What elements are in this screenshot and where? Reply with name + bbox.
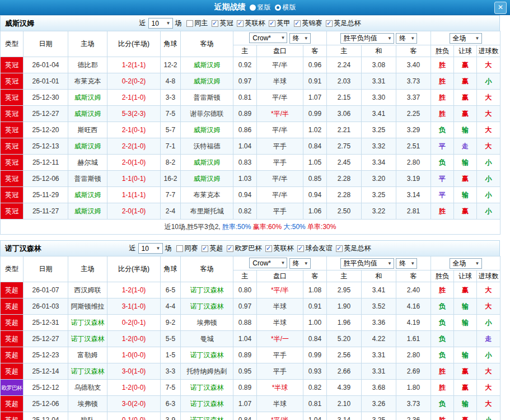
- away-team[interactable]: 布莱克本: [181, 187, 233, 203]
- home-team[interactable]: 诺丁汉森林: [68, 363, 107, 380]
- scope-select[interactable]: 全场▼: [450, 258, 482, 269]
- away-team[interactable]: 威斯汉姆: [181, 155, 233, 171]
- final-odds-select[interactable]: 终▼: [289, 33, 311, 44]
- lose-odds: 3.19: [396, 171, 431, 187]
- summary-segment: 胜率:50%: [222, 223, 251, 231]
- away-team[interactable]: 威斯汉姆: [181, 57, 233, 73]
- home-team[interactable]: 德比郡: [68, 57, 107, 73]
- matches-table: 类型 日期 主场 比分(半场) 角球 客场 Crow*▼ 终▼ 胜平负均值▼ 终…: [0, 256, 500, 420]
- col-win-odds: 主: [327, 45, 362, 57]
- league-filter-checkbox[interactable]: 同赛: [176, 244, 198, 253]
- avg-odds-select[interactable]: 胜平负均值▼: [340, 258, 394, 269]
- league-filter-checkbox[interactable]: ✓ 英甲: [269, 18, 291, 28]
- league-filter-checkbox[interactable]: 同主: [186, 18, 208, 28]
- home-team[interactable]: 普雷斯顿: [68, 171, 107, 187]
- final-odds-select[interactable]: 终▼: [289, 258, 311, 269]
- away-team[interactable]: 曼城: [181, 331, 233, 347]
- league-filter-checkbox[interactable]: ✓ 英足总杯: [336, 244, 371, 253]
- final-odds-select[interactable]: 终▼: [396, 33, 417, 44]
- league-filter-checkbox[interactable]: ✓ 英超: [202, 244, 223, 253]
- home-team[interactable]: 埃弗顿: [68, 396, 107, 412]
- away-team[interactable]: 沃特福德: [181, 138, 233, 155]
- handicap-line: *半球: [257, 380, 303, 396]
- away-team[interactable]: 诺丁汉森林: [181, 396, 233, 412]
- win-odds: 3.06: [327, 106, 362, 122]
- draw-odds: 3.30: [362, 90, 396, 106]
- corner-count: 6-5: [161, 282, 181, 298]
- final-odds-select[interactable]: 终▼: [396, 258, 417, 269]
- home-team[interactable]: 西汉姆联: [68, 282, 107, 298]
- away-team[interactable]: 诺丁汉森林: [181, 298, 233, 315]
- score: 2-0(1-0): [107, 203, 161, 220]
- match-date: 25-12-04: [24, 412, 68, 420]
- home-team[interactable]: 威斯汉姆: [68, 90, 107, 106]
- col-handicap-home: 主: [233, 270, 257, 282]
- match-date: 25-12-27: [24, 106, 68, 122]
- corner-count: 3-3: [161, 90, 181, 106]
- col-corner: 角球: [161, 31, 181, 57]
- odds-company-select[interactable]: Crow*▼: [249, 258, 287, 268]
- league-filter-checkbox[interactable]: ✓ 英联杯: [237, 18, 265, 28]
- odds-company-select[interactable]: Crow*▼: [249, 32, 287, 43]
- league-filter-checkbox[interactable]: ✓ 英联杯: [265, 244, 294, 253]
- filter-area: 近 10▼ 场 同赛 ✓ 英超 ✓ 欧罗巴杯 ✓ 英联杯 ✓ 球会友谊 ✓ 英足…: [129, 243, 371, 254]
- asian-result-cell: 赢: [454, 203, 477, 220]
- home-team[interactable]: 威斯汉姆: [68, 187, 107, 203]
- away-team[interactable]: 普雷斯顿: [181, 90, 233, 106]
- radio-vertical-layout[interactable]: 竖版: [250, 3, 271, 12]
- match-count-select[interactable]: 10▼: [138, 243, 163, 254]
- away-team[interactable]: 威斯汉姆: [181, 122, 233, 138]
- league-filter-checkbox[interactable]: ✓ 欧罗巴杯: [227, 244, 262, 253]
- league-badge: 英超: [1, 396, 24, 412]
- league-badge-text: 英冠: [5, 158, 18, 166]
- away-team[interactable]: 诺丁汉森林: [181, 412, 233, 420]
- home-team[interactable]: 斯旺西: [68, 122, 107, 138]
- chevron-down-icon: ▼: [166, 21, 171, 26]
- result-cell: 平: [431, 171, 454, 187]
- match-row: 英冠 25-11-27 威斯汉姆 2-0(1-0) 2-4 布里斯托城 0.82…: [1, 203, 500, 220]
- handicap-away-odds: 1.00: [303, 315, 327, 331]
- home-team[interactable]: 诺丁汉森林: [68, 315, 107, 331]
- handicap-home-odds: 0.94: [233, 187, 257, 203]
- league-filter-checkbox[interactable]: ✓ 英足总杯: [326, 18, 361, 28]
- draw-odds: 3.08: [362, 57, 396, 73]
- league-filter-checkbox[interactable]: ✓ 英锦赛: [294, 18, 322, 28]
- asian-result-cell: 输: [454, 122, 477, 138]
- league-badge-text: 欧罗巴杯: [2, 385, 22, 391]
- match-row: 英冠 25-12-27 威斯汉姆 5-3(2-3) 7-5 谢菲尔德联 0.89…: [1, 106, 500, 122]
- avg-odds-select[interactable]: 胜平负均值▼: [340, 33, 394, 44]
- away-team[interactable]: 诺丁汉森林: [181, 380, 233, 396]
- away-team[interactable]: 托特纳姆热刺: [181, 363, 233, 380]
- home-team[interactable]: 狼队: [68, 412, 107, 420]
- checkbox-label: 同主: [195, 18, 208, 28]
- home-team[interactable]: 乌德勒支: [68, 380, 107, 396]
- win-odds: 1.96: [327, 315, 362, 331]
- scope-select[interactable]: 全场▼: [450, 33, 482, 44]
- result-cell: 胜: [431, 90, 454, 106]
- league-badge-text: 英超: [5, 335, 18, 343]
- away-team[interactable]: 诺丁汉森林: [181, 347, 233, 363]
- handicap-away-odds: 0.91: [303, 298, 327, 315]
- home-team[interactable]: 赫尔城: [68, 155, 107, 171]
- league-filter-checkbox[interactable]: ✓ 英冠: [212, 18, 233, 28]
- away-team[interactable]: 威斯汉姆: [181, 171, 233, 187]
- home-team[interactable]: 阿斯顿维拉: [68, 298, 107, 315]
- close-icon[interactable]: ✕: [494, 2, 507, 14]
- match-count-select[interactable]: 10▼: [148, 18, 173, 29]
- away-team[interactable]: 诺丁汉森林: [181, 282, 233, 298]
- asian-result-cell: 赢: [454, 90, 477, 106]
- result-cell: 胜: [431, 380, 454, 396]
- radio-horizontal-layout[interactable]: 横版: [275, 3, 296, 12]
- home-team[interactable]: 威斯汉姆: [68, 203, 107, 220]
- home-team[interactable]: 威斯汉姆: [68, 106, 107, 122]
- home-team[interactable]: 富勒姆: [68, 347, 107, 363]
- home-team[interactable]: 威斯汉姆: [68, 138, 107, 155]
- away-team[interactable]: 布里斯托城: [181, 203, 233, 220]
- away-team[interactable]: 谢菲尔德联: [181, 106, 233, 122]
- handicap-home-odds: 0.89: [233, 347, 257, 363]
- home-team[interactable]: 布莱克本: [68, 73, 107, 90]
- league-filter-checkbox[interactable]: ✓ 球会友谊: [297, 244, 333, 253]
- away-team[interactable]: 威斯汉姆: [181, 73, 233, 90]
- home-team[interactable]: 诺丁汉森林: [68, 331, 107, 347]
- away-team[interactable]: 埃弗顿: [181, 315, 233, 331]
